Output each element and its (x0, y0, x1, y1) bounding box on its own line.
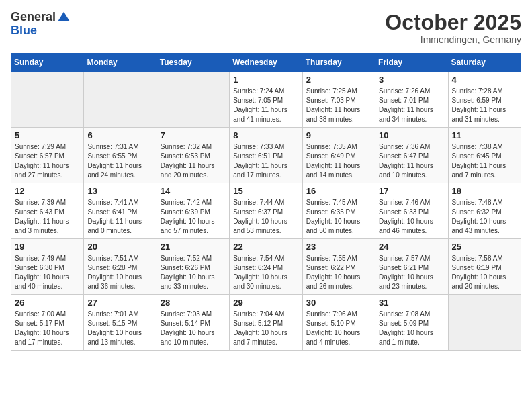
day-number: 16 (306, 186, 371, 196)
calendar-cell: 3Sunrise: 7:26 AM Sunset: 7:01 PM Daylig… (375, 72, 448, 128)
day-info: Sunrise: 7:35 AM Sunset: 6:49 PM Dayligh… (306, 142, 371, 180)
calendar-cell: 1Sunrise: 7:24 AM Sunset: 7:05 PM Daylig… (230, 72, 302, 128)
day-number: 29 (233, 298, 298, 308)
weekday-header-thursday: Thursday (302, 54, 375, 72)
svg-marker-0 (58, 12, 70, 21)
calendar-cell: 8Sunrise: 7:33 AM Sunset: 6:51 PM Daylig… (230, 128, 302, 183)
day-number: 5 (15, 130, 80, 140)
weekday-header-tuesday: Tuesday (157, 54, 229, 72)
day-info: Sunrise: 7:25 AM Sunset: 7:03 PM Dayligh… (306, 87, 371, 124)
day-info: Sunrise: 7:26 AM Sunset: 7:01 PM Dayligh… (379, 87, 444, 124)
calendar-cell: 24Sunrise: 7:57 AM Sunset: 6:21 PM Dayli… (375, 239, 448, 295)
calendar-cell: 23Sunrise: 7:55 AM Sunset: 6:22 PM Dayli… (302, 239, 375, 295)
day-number: 7 (161, 130, 226, 140)
logo-icon (57, 11, 71, 24)
day-number: 13 (87, 186, 152, 196)
logo-blue: Blue (11, 24, 71, 38)
calendar-cell: 16Sunrise: 7:45 AM Sunset: 6:35 PM Dayli… (302, 183, 375, 239)
day-info: Sunrise: 7:32 AM Sunset: 6:53 PM Dayligh… (161, 142, 226, 180)
day-number: 11 (452, 130, 517, 140)
day-number: 28 (161, 298, 226, 308)
day-info: Sunrise: 7:33 AM Sunset: 6:51 PM Dayligh… (233, 142, 298, 180)
day-info: Sunrise: 7:57 AM Sunset: 6:21 PM Dayligh… (379, 254, 444, 291)
day-number: 26 (15, 298, 80, 308)
day-info: Sunrise: 7:58 AM Sunset: 6:19 PM Dayligh… (452, 254, 517, 291)
calendar-cell (84, 72, 157, 128)
calendar-week-5: 26Sunrise: 7:00 AM Sunset: 5:17 PM Dayli… (11, 295, 521, 351)
day-number: 24 (379, 242, 444, 252)
day-number: 3 (379, 75, 444, 85)
calendar-cell: 27Sunrise: 7:01 AM Sunset: 5:15 PM Dayli… (84, 295, 157, 351)
day-info: Sunrise: 7:55 AM Sunset: 6:22 PM Dayligh… (306, 254, 371, 291)
calendar-week-4: 19Sunrise: 7:49 AM Sunset: 6:30 PM Dayli… (11, 239, 521, 295)
page-header: General Blue October 2025 Immendingen, G… (11, 11, 521, 45)
day-number: 2 (306, 75, 371, 85)
logo: General Blue (11, 11, 71, 38)
calendar-cell: 20Sunrise: 7:51 AM Sunset: 6:28 PM Dayli… (84, 239, 157, 295)
day-info: Sunrise: 7:31 AM Sunset: 6:55 PM Dayligh… (87, 142, 152, 180)
location: Immendingen, Germany (385, 34, 521, 45)
calendar-cell: 12Sunrise: 7:39 AM Sunset: 6:43 PM Dayli… (11, 183, 84, 239)
day-number: 8 (233, 130, 298, 140)
day-number: 19 (15, 242, 80, 252)
day-info: Sunrise: 7:42 AM Sunset: 6:39 PM Dayligh… (161, 198, 226, 236)
calendar-cell (157, 72, 229, 128)
day-info: Sunrise: 7:04 AM Sunset: 5:12 PM Dayligh… (233, 310, 298, 347)
day-number: 10 (379, 130, 444, 140)
day-number: 31 (379, 298, 444, 308)
day-number: 23 (306, 242, 371, 252)
logo-general: General (11, 11, 56, 24)
calendar-cell: 22Sunrise: 7:54 AM Sunset: 6:24 PM Dayli… (230, 239, 302, 295)
calendar-cell: 4Sunrise: 7:28 AM Sunset: 6:59 PM Daylig… (448, 72, 521, 128)
day-info: Sunrise: 7:36 AM Sunset: 6:47 PM Dayligh… (379, 142, 444, 180)
title-block: October 2025 Immendingen, Germany (385, 11, 521, 45)
day-info: Sunrise: 7:44 AM Sunset: 6:37 PM Dayligh… (233, 198, 298, 236)
day-number: 9 (306, 130, 371, 140)
day-info: Sunrise: 7:08 AM Sunset: 5:09 PM Dayligh… (379, 310, 444, 347)
weekday-header-row: SundayMondayTuesdayWednesdayThursdayFrid… (11, 54, 521, 72)
calendar-cell: 19Sunrise: 7:49 AM Sunset: 6:30 PM Dayli… (11, 239, 84, 295)
day-number: 21 (161, 242, 226, 252)
day-number: 25 (452, 242, 517, 252)
day-number: 17 (379, 186, 444, 196)
calendar-week-1: 1Sunrise: 7:24 AM Sunset: 7:05 PM Daylig… (11, 72, 521, 128)
day-info: Sunrise: 7:38 AM Sunset: 6:45 PM Dayligh… (452, 142, 517, 180)
day-info: Sunrise: 7:39 AM Sunset: 6:43 PM Dayligh… (15, 198, 80, 236)
weekday-header-monday: Monday (84, 54, 157, 72)
calendar-cell: 26Sunrise: 7:00 AM Sunset: 5:17 PM Dayli… (11, 295, 84, 351)
calendar-cell: 9Sunrise: 7:35 AM Sunset: 6:49 PM Daylig… (302, 128, 375, 183)
calendar-cell (448, 295, 521, 351)
calendar-cell: 17Sunrise: 7:46 AM Sunset: 6:33 PM Dayli… (375, 183, 448, 239)
calendar-cell: 10Sunrise: 7:36 AM Sunset: 6:47 PM Dayli… (375, 128, 448, 183)
calendar-table: SundayMondayTuesdayWednesdayThursdayFrid… (11, 53, 521, 351)
day-number: 1 (233, 75, 298, 85)
day-number: 12 (15, 186, 80, 196)
calendar-week-3: 12Sunrise: 7:39 AM Sunset: 6:43 PM Dayli… (11, 183, 521, 239)
day-info: Sunrise: 7:03 AM Sunset: 5:14 PM Dayligh… (161, 310, 226, 347)
calendar-cell: 11Sunrise: 7:38 AM Sunset: 6:45 PM Dayli… (448, 128, 521, 183)
calendar-cell: 14Sunrise: 7:42 AM Sunset: 6:39 PM Dayli… (157, 183, 229, 239)
calendar-cell: 21Sunrise: 7:52 AM Sunset: 6:26 PM Dayli… (157, 239, 229, 295)
calendar-cell: 28Sunrise: 7:03 AM Sunset: 5:14 PM Dayli… (157, 295, 229, 351)
day-info: Sunrise: 7:54 AM Sunset: 6:24 PM Dayligh… (233, 254, 298, 291)
day-info: Sunrise: 7:29 AM Sunset: 6:57 PM Dayligh… (15, 142, 80, 180)
day-info: Sunrise: 7:51 AM Sunset: 6:28 PM Dayligh… (87, 254, 152, 291)
day-info: Sunrise: 7:06 AM Sunset: 5:10 PM Dayligh… (306, 310, 371, 347)
calendar-cell: 30Sunrise: 7:06 AM Sunset: 5:10 PM Dayli… (302, 295, 375, 351)
calendar-cell: 6Sunrise: 7:31 AM Sunset: 6:55 PM Daylig… (84, 128, 157, 183)
day-number: 6 (87, 130, 152, 140)
day-info: Sunrise: 7:00 AM Sunset: 5:17 PM Dayligh… (15, 310, 80, 347)
day-number: 30 (306, 298, 371, 308)
day-number: 18 (452, 186, 517, 196)
calendar-cell: 2Sunrise: 7:25 AM Sunset: 7:03 PM Daylig… (302, 72, 375, 128)
weekday-header-friday: Friday (375, 54, 448, 72)
calendar-cell: 13Sunrise: 7:41 AM Sunset: 6:41 PM Dayli… (84, 183, 157, 239)
calendar-cell: 25Sunrise: 7:58 AM Sunset: 6:19 PM Dayli… (448, 239, 521, 295)
day-info: Sunrise: 7:46 AM Sunset: 6:33 PM Dayligh… (379, 198, 444, 236)
day-number: 14 (161, 186, 226, 196)
day-info: Sunrise: 7:01 AM Sunset: 5:15 PM Dayligh… (87, 310, 152, 347)
day-number: 27 (87, 298, 152, 308)
calendar-cell: 15Sunrise: 7:44 AM Sunset: 6:37 PM Dayli… (230, 183, 302, 239)
day-info: Sunrise: 7:45 AM Sunset: 6:35 PM Dayligh… (306, 198, 371, 236)
calendar-cell: 31Sunrise: 7:08 AM Sunset: 5:09 PM Dayli… (375, 295, 448, 351)
